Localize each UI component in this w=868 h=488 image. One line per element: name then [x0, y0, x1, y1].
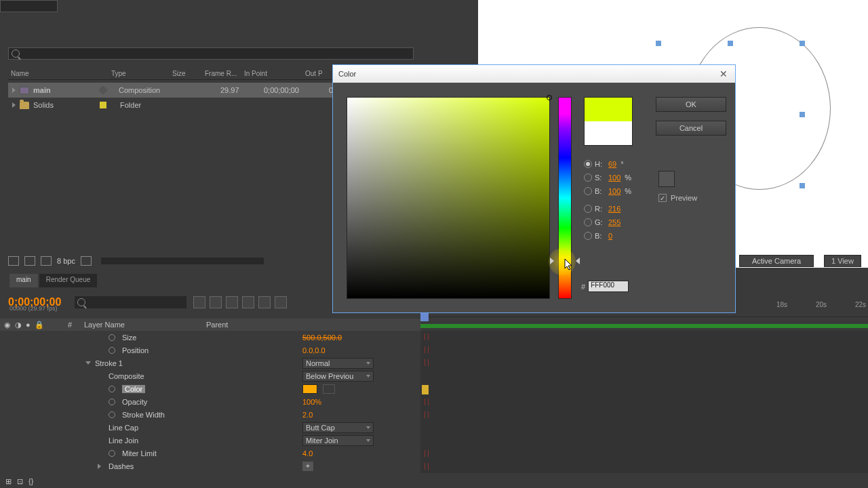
label-icon[interactable]: [100, 102, 106, 108]
cursor-icon: [564, 258, 574, 271]
saturation-brightness-field[interactable]: [347, 97, 550, 299]
hex-input-row[interactable]: # FFF000: [581, 281, 629, 292]
draft3d-icon[interactable]: [210, 296, 222, 308]
stopwatch-icon[interactable]: [108, 347, 115, 354]
keyframe-icon[interactable]: [425, 359, 429, 366]
brightness-input-row[interactable]: B:100%: [584, 187, 631, 195]
stopwatch-icon[interactable]: [108, 450, 115, 457]
twirl-icon[interactable]: [85, 361, 91, 365]
panel-tab[interactable]: [0, 0, 58, 12]
keyframe-icon[interactable]: [425, 463, 429, 470]
timeline-search[interactable]: [75, 296, 186, 308]
stopwatch-icon[interactable]: [108, 334, 115, 341]
prop-size[interactable]: Size500.0,500.0: [0, 331, 420, 344]
item-name: Solids: [33, 101, 96, 109]
prop-stroke-width[interactable]: Stroke Width2.0: [0, 408, 420, 421]
green-radio[interactable]: [584, 218, 592, 226]
composite-dropdown[interactable]: Below Previou: [302, 371, 374, 382]
tab-main[interactable]: main: [9, 274, 38, 287]
keyframe-icon[interactable]: [425, 450, 429, 457]
twirl-icon[interactable]: [12, 102, 16, 108]
search-icon: [12, 49, 20, 58]
audio-icon: ◑: [15, 321, 22, 329]
bounding-handle[interactable]: [800, 41, 805, 46]
line-cap-dropdown[interactable]: Butt Cap: [302, 422, 374, 433]
red-input-row[interactable]: R:216: [584, 205, 631, 213]
blend-mode-dropdown[interactable]: Normal: [302, 358, 374, 369]
bounding-handle[interactable]: [656, 41, 661, 46]
prop-stroke-group[interactable]: Stroke 1Normal: [0, 357, 420, 369]
ok-button[interactable]: OK: [656, 97, 726, 112]
saturation-radio[interactable]: [584, 174, 592, 182]
keyframe-icon[interactable]: [425, 333, 429, 340]
shy-icon[interactable]: [226, 296, 238, 308]
item-name: main: [33, 86, 96, 94]
red-radio[interactable]: [584, 205, 592, 213]
stopwatch-icon[interactable]: [108, 386, 115, 392]
twirl-icon[interactable]: [98, 464, 101, 469]
hue-radio[interactable]: [584, 160, 592, 168]
brackets-icon[interactable]: {}: [28, 477, 33, 485]
checkbox-icon[interactable]: ✓: [658, 194, 667, 202]
label-icon[interactable]: [98, 85, 108, 95]
twirl-icon[interactable]: [12, 87, 16, 93]
keyframe-area[interactable]: [420, 331, 868, 473]
green-input-row[interactable]: G:255: [584, 218, 631, 226]
project-search[interactable]: [8, 47, 414, 60]
prop-composite[interactable]: CompositeBelow Previou: [0, 369, 420, 382]
work-area-bar[interactable]: [420, 324, 868, 328]
prop-dashes[interactable]: Dashes+: [0, 460, 420, 472]
motion-blur-icon[interactable]: [258, 296, 271, 308]
saturation-input-row[interactable]: S:100%: [584, 174, 631, 182]
playhead[interactable]: [420, 313, 429, 321]
status-bar: ⊞ ⊡ {}: [0, 474, 868, 488]
bounding-handle[interactable]: [728, 41, 733, 46]
blue-radio[interactable]: [584, 232, 592, 240]
blue-input-row[interactable]: B:0: [584, 232, 631, 240]
hex-input[interactable]: FFF000: [588, 281, 629, 292]
view-layout-dropdown[interactable]: 1 View: [824, 255, 861, 267]
graph-editor-icon[interactable]: [275, 296, 287, 308]
keyframe-icon[interactable]: [425, 399, 429, 405]
interpret-icon[interactable]: [8, 256, 19, 266]
prop-opacity[interactable]: Opacity100%: [0, 395, 420, 408]
old-color-swatch[interactable]: [585, 121, 632, 145]
eye-icon: ◉: [4, 321, 11, 329]
trash-icon[interactable]: [81, 256, 92, 266]
preview-checkbox-row[interactable]: ✓Preview: [658, 194, 697, 202]
close-button[interactable]: ✕: [717, 68, 730, 80]
hue-input-row[interactable]: H:69°: [584, 160, 631, 168]
new-comp-icon[interactable]: [41, 256, 52, 266]
active-camera-dropdown[interactable]: Active Camera: [739, 255, 814, 267]
dialog-titlebar[interactable]: Color ✕: [333, 65, 735, 83]
color-swatch[interactable]: [302, 384, 317, 394]
prop-position[interactable]: Position0.0,0.0: [0, 344, 420, 357]
expand-icon[interactable]: ⊡: [17, 477, 23, 486]
keyframe-icon[interactable]: [425, 346, 429, 353]
prop-line-cap[interactable]: Line CapButt Cap: [0, 421, 420, 434]
cancel-button[interactable]: Cancel: [656, 121, 726, 136]
frame-blend-icon[interactable]: [242, 296, 254, 308]
prop-line-join[interactable]: Line JoinMiter Join: [0, 434, 420, 447]
color-picker-dialog: Color ✕ H:69° S:100% B:100% R:216 G:255 …: [332, 64, 736, 313]
zoom-slider[interactable]: [101, 258, 264, 264]
tab-render-queue[interactable]: Render Queue: [39, 274, 98, 287]
bpc-label[interactable]: 8 bpc: [57, 257, 75, 265]
stopwatch-icon[interactable]: [108, 399, 115, 405]
eyedropper-icon[interactable]: [323, 384, 335, 394]
bounding-handle[interactable]: [800, 183, 805, 188]
keyframe-icon[interactable]: [422, 385, 429, 394]
eyedropper-button[interactable]: [658, 171, 675, 187]
expand-icon[interactable]: ⊞: [5, 477, 12, 486]
new-folder-icon[interactable]: [24, 256, 35, 266]
add-dash-button[interactable]: +: [302, 462, 313, 471]
brightness-radio[interactable]: [584, 187, 592, 195]
prop-color[interactable]: Color: [0, 382, 420, 395]
comp-mini-flowchart-icon[interactable]: [193, 296, 205, 308]
sv-cursor[interactable]: [547, 95, 552, 100]
keyframe-icon[interactable]: [425, 411, 429, 418]
stopwatch-icon[interactable]: [108, 411, 115, 418]
bounding-handle[interactable]: [800, 112, 805, 117]
line-join-dropdown[interactable]: Miter Join: [302, 435, 374, 446]
prop-miter-limit[interactable]: Miter Limit4.0: [0, 447, 420, 460]
